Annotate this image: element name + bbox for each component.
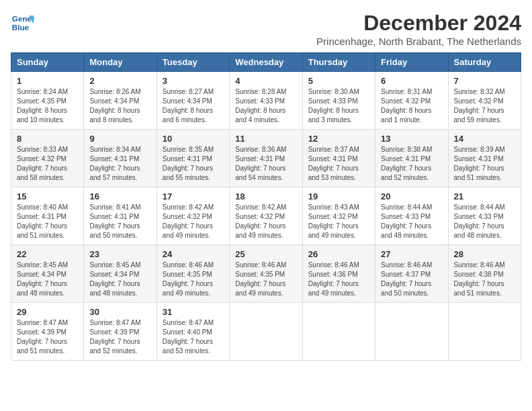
day-number: 22 <box>17 249 78 259</box>
day-info: Sunrise: 8:47 AMSunset: 4:39 PMDaylight:… <box>89 318 150 356</box>
day-number: 9 <box>89 134 150 144</box>
day-number: 7 <box>454 76 515 86</box>
calendar-cell: 22Sunrise: 8:45 AMSunset: 4:34 PMDayligh… <box>11 245 84 303</box>
day-number: 17 <box>163 191 224 201</box>
calendar-cell <box>302 303 375 361</box>
day-info: Sunrise: 8:27 AMSunset: 4:34 PMDaylight:… <box>163 87 224 125</box>
calendar-week-row: 15Sunrise: 8:40 AMSunset: 4:31 PMDayligh… <box>11 187 521 245</box>
calendar-header-saturday: Saturday <box>448 53 521 72</box>
calendar-cell: 10Sunrise: 8:35 AMSunset: 4:31 PMDayligh… <box>157 130 229 187</box>
calendar-cell: 31Sunrise: 8:47 AMSunset: 4:40 PMDayligh… <box>157 303 229 361</box>
title-area: December 2024 Princenhage, North Brabant… <box>316 11 521 47</box>
page-subtitle: Princenhage, North Brabant, The Netherla… <box>316 36 521 47</box>
calendar-header-sunday: Sunday <box>11 53 84 72</box>
day-number: 21 <box>454 191 515 201</box>
day-info: Sunrise: 8:38 AMSunset: 4:31 PMDaylight:… <box>381 145 442 183</box>
day-number: 12 <box>308 134 369 144</box>
calendar-cell: 23Sunrise: 8:45 AMSunset: 4:34 PMDayligh… <box>84 245 157 303</box>
calendar-week-row: 22Sunrise: 8:45 AMSunset: 4:34 PMDayligh… <box>11 245 521 303</box>
calendar-week-row: 1Sunrise: 8:24 AMSunset: 4:35 PMDaylight… <box>11 72 521 130</box>
calendar-cell: 29Sunrise: 8:47 AMSunset: 4:39 PMDayligh… <box>11 303 84 361</box>
day-number: 25 <box>235 249 296 259</box>
calendar-cell: 19Sunrise: 8:43 AMSunset: 4:32 PMDayligh… <box>302 187 375 245</box>
day-number: 14 <box>454 134 515 144</box>
day-info: Sunrise: 8:31 AMSunset: 4:32 PMDaylight:… <box>381 87 442 125</box>
day-number: 15 <box>17 191 78 201</box>
header: General Blue December 2024 Princenhage, … <box>11 11 521 47</box>
calendar-header-row: SundayMondayTuesdayWednesdayThursdayFrid… <box>11 53 521 72</box>
day-info: Sunrise: 8:44 AMSunset: 4:33 PMDaylight:… <box>381 203 442 240</box>
day-info: Sunrise: 8:45 AMSunset: 4:34 PMDaylight:… <box>17 261 78 298</box>
day-info: Sunrise: 8:33 AMSunset: 4:32 PMDaylight:… <box>17 145 78 183</box>
calendar-header-tuesday: Tuesday <box>157 53 229 72</box>
calendar-cell: 3Sunrise: 8:27 AMSunset: 4:34 PMDaylight… <box>157 72 229 130</box>
day-number: 6 <box>381 76 442 86</box>
calendar-cell: 12Sunrise: 8:37 AMSunset: 4:31 PMDayligh… <box>302 130 375 187</box>
day-info: Sunrise: 8:28 AMSunset: 4:33 PMDaylight:… <box>235 87 296 125</box>
calendar-cell: 13Sunrise: 8:38 AMSunset: 4:31 PMDayligh… <box>375 130 448 187</box>
calendar-header-friday: Friday <box>375 53 448 72</box>
day-info: Sunrise: 8:45 AMSunset: 4:34 PMDaylight:… <box>89 261 150 298</box>
day-info: Sunrise: 8:42 AMSunset: 4:32 PMDaylight:… <box>235 203 296 240</box>
day-info: Sunrise: 8:30 AMSunset: 4:33 PMDaylight:… <box>308 87 369 125</box>
day-info: Sunrise: 8:42 AMSunset: 4:32 PMDaylight:… <box>163 203 224 240</box>
calendar-table: SundayMondayTuesdayWednesdayThursdayFrid… <box>11 52 521 361</box>
page-title: December 2024 <box>316 11 521 36</box>
calendar-cell: 4Sunrise: 8:28 AMSunset: 4:33 PMDaylight… <box>230 72 302 130</box>
day-number: 23 <box>89 249 150 259</box>
calendar-cell <box>230 303 302 361</box>
calendar-cell <box>448 303 521 361</box>
calendar-cell: 26Sunrise: 8:46 AMSunset: 4:36 PMDayligh… <box>302 245 375 303</box>
day-info: Sunrise: 8:26 AMSunset: 4:34 PMDaylight:… <box>89 87 150 125</box>
calendar-cell: 30Sunrise: 8:47 AMSunset: 4:39 PMDayligh… <box>84 303 157 361</box>
day-info: Sunrise: 8:34 AMSunset: 4:31 PMDaylight:… <box>89 145 150 183</box>
day-number: 26 <box>308 249 369 259</box>
svg-text:Blue: Blue <box>12 23 30 32</box>
calendar-cell: 27Sunrise: 8:46 AMSunset: 4:37 PMDayligh… <box>375 245 448 303</box>
calendar-cell: 15Sunrise: 8:40 AMSunset: 4:31 PMDayligh… <box>11 187 84 245</box>
day-number: 1 <box>17 76 78 86</box>
day-info: Sunrise: 8:46 AMSunset: 4:36 PMDaylight:… <box>308 261 369 298</box>
day-number: 30 <box>89 307 150 317</box>
calendar-cell: 11Sunrise: 8:36 AMSunset: 4:31 PMDayligh… <box>230 130 302 187</box>
calendar-cell: 21Sunrise: 8:44 AMSunset: 4:33 PMDayligh… <box>448 187 521 245</box>
day-info: Sunrise: 8:44 AMSunset: 4:33 PMDaylight:… <box>454 203 515 240</box>
calendar-cell <box>375 303 448 361</box>
day-number: 5 <box>308 76 369 86</box>
day-info: Sunrise: 8:32 AMSunset: 4:32 PMDaylight:… <box>454 87 515 125</box>
calendar-header-thursday: Thursday <box>302 53 375 72</box>
day-info: Sunrise: 8:37 AMSunset: 4:31 PMDaylight:… <box>308 145 369 183</box>
calendar-cell: 1Sunrise: 8:24 AMSunset: 4:35 PMDaylight… <box>11 72 84 130</box>
day-number: 10 <box>163 134 224 144</box>
calendar-week-row: 29Sunrise: 8:47 AMSunset: 4:39 PMDayligh… <box>11 303 521 361</box>
day-number: 28 <box>454 249 515 259</box>
calendar-cell: 8Sunrise: 8:33 AMSunset: 4:32 PMDaylight… <box>11 130 84 187</box>
day-number: 29 <box>17 307 78 317</box>
calendar-cell: 17Sunrise: 8:42 AMSunset: 4:32 PMDayligh… <box>157 187 229 245</box>
calendar-cell: 5Sunrise: 8:30 AMSunset: 4:33 PMDaylight… <box>302 72 375 130</box>
calendar-cell: 2Sunrise: 8:26 AMSunset: 4:34 PMDaylight… <box>84 72 157 130</box>
logo-icon: General Blue <box>11 11 35 35</box>
day-number: 3 <box>163 76 224 86</box>
day-number: 20 <box>381 191 442 201</box>
day-number: 8 <box>17 134 78 144</box>
day-info: Sunrise: 8:24 AMSunset: 4:35 PMDaylight:… <box>17 87 78 125</box>
calendar-cell: 14Sunrise: 8:39 AMSunset: 4:31 PMDayligh… <box>448 130 521 187</box>
day-number: 31 <box>163 307 224 317</box>
day-info: Sunrise: 8:41 AMSunset: 4:31 PMDaylight:… <box>89 203 150 240</box>
day-number: 18 <box>235 191 296 201</box>
calendar-cell: 6Sunrise: 8:31 AMSunset: 4:32 PMDaylight… <box>375 72 448 130</box>
day-info: Sunrise: 8:40 AMSunset: 4:31 PMDaylight:… <box>17 203 78 240</box>
day-number: 11 <box>235 134 296 144</box>
day-info: Sunrise: 8:43 AMSunset: 4:32 PMDaylight:… <box>308 203 369 240</box>
day-number: 24 <box>163 249 224 259</box>
calendar-week-row: 8Sunrise: 8:33 AMSunset: 4:32 PMDaylight… <box>11 130 521 187</box>
day-info: Sunrise: 8:46 AMSunset: 4:35 PMDaylight:… <box>235 261 296 298</box>
day-number: 13 <box>381 134 442 144</box>
day-info: Sunrise: 8:35 AMSunset: 4:31 PMDaylight:… <box>163 145 224 183</box>
day-info: Sunrise: 8:47 AMSunset: 4:40 PMDaylight:… <box>163 318 224 356</box>
calendar-cell: 7Sunrise: 8:32 AMSunset: 4:32 PMDaylight… <box>448 72 521 130</box>
day-info: Sunrise: 8:46 AMSunset: 4:37 PMDaylight:… <box>381 261 442 298</box>
day-info: Sunrise: 8:46 AMSunset: 4:35 PMDaylight:… <box>163 261 224 298</box>
day-number: 19 <box>308 191 369 201</box>
